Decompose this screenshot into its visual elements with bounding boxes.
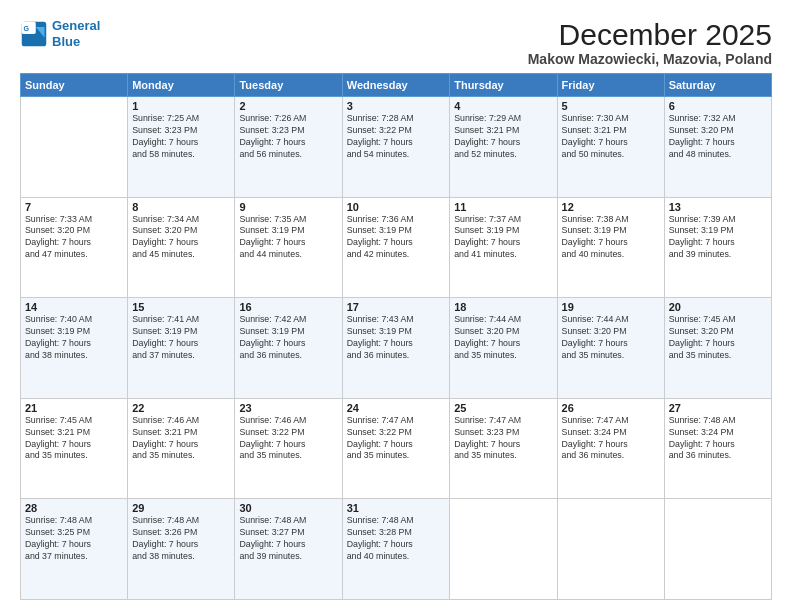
day-info: Sunrise: 7:39 AM Sunset: 3:19 PM Dayligh… [669,214,767,262]
calendar-cell: 6Sunrise: 7:32 AM Sunset: 3:20 PM Daylig… [664,97,771,198]
calendar-cell: 28Sunrise: 7:48 AM Sunset: 3:25 PM Dayli… [21,499,128,600]
day-info: Sunrise: 7:47 AM Sunset: 3:24 PM Dayligh… [562,415,660,463]
day-number: 14 [25,301,123,313]
day-info: Sunrise: 7:48 AM Sunset: 3:24 PM Dayligh… [669,415,767,463]
day-info: Sunrise: 7:48 AM Sunset: 3:26 PM Dayligh… [132,515,230,563]
day-info: Sunrise: 7:28 AM Sunset: 3:22 PM Dayligh… [347,113,445,161]
day-number: 20 [669,301,767,313]
main-title: December 2025 [528,18,772,51]
calendar-cell: 26Sunrise: 7:47 AM Sunset: 3:24 PM Dayli… [557,398,664,499]
day-info: Sunrise: 7:37 AM Sunset: 3:19 PM Dayligh… [454,214,552,262]
calendar-cell: 14Sunrise: 7:40 AM Sunset: 3:19 PM Dayli… [21,298,128,399]
day-number: 15 [132,301,230,313]
day-info: Sunrise: 7:43 AM Sunset: 3:19 PM Dayligh… [347,314,445,362]
day-number: 3 [347,100,445,112]
calendar-cell: 21Sunrise: 7:45 AM Sunset: 3:21 PM Dayli… [21,398,128,499]
day-number: 27 [669,402,767,414]
calendar-cell: 15Sunrise: 7:41 AM Sunset: 3:19 PM Dayli… [128,298,235,399]
day-info: Sunrise: 7:40 AM Sunset: 3:19 PM Dayligh… [25,314,123,362]
day-info: Sunrise: 7:44 AM Sunset: 3:20 PM Dayligh… [454,314,552,362]
calendar-cell: 16Sunrise: 7:42 AM Sunset: 3:19 PM Dayli… [235,298,342,399]
day-info: Sunrise: 7:45 AM Sunset: 3:20 PM Dayligh… [669,314,767,362]
day-number: 13 [669,201,767,213]
day-info: Sunrise: 7:35 AM Sunset: 3:19 PM Dayligh… [239,214,337,262]
day-number: 19 [562,301,660,313]
calendar-cell: 8Sunrise: 7:34 AM Sunset: 3:20 PM Daylig… [128,197,235,298]
logo: G GeneralBlue [20,18,100,49]
calendar-cell: 29Sunrise: 7:48 AM Sunset: 3:26 PM Dayli… [128,499,235,600]
week-row-2: 14Sunrise: 7:40 AM Sunset: 3:19 PM Dayli… [21,298,772,399]
day-number: 17 [347,301,445,313]
calendar-table: SundayMondayTuesdayWednesdayThursdayFrid… [20,73,772,600]
day-info: Sunrise: 7:48 AM Sunset: 3:27 PM Dayligh… [239,515,337,563]
calendar-cell: 20Sunrise: 7:45 AM Sunset: 3:20 PM Dayli… [664,298,771,399]
day-info: Sunrise: 7:29 AM Sunset: 3:21 PM Dayligh… [454,113,552,161]
calendar-cell: 7Sunrise: 7:33 AM Sunset: 3:20 PM Daylig… [21,197,128,298]
calendar-body: 1Sunrise: 7:25 AM Sunset: 3:23 PM Daylig… [21,97,772,600]
day-header-monday: Monday [128,74,235,97]
title-block: December 2025 Makow Mazowiecki, Mazovia,… [528,18,772,67]
day-info: Sunrise: 7:48 AM Sunset: 3:25 PM Dayligh… [25,515,123,563]
calendar-cell: 17Sunrise: 7:43 AM Sunset: 3:19 PM Dayli… [342,298,449,399]
calendar-cell: 3Sunrise: 7:28 AM Sunset: 3:22 PM Daylig… [342,97,449,198]
day-info: Sunrise: 7:42 AM Sunset: 3:19 PM Dayligh… [239,314,337,362]
calendar-cell: 10Sunrise: 7:36 AM Sunset: 3:19 PM Dayli… [342,197,449,298]
page: G GeneralBlue December 2025 Makow Mazowi… [0,0,792,612]
calendar-cell: 11Sunrise: 7:37 AM Sunset: 3:19 PM Dayli… [450,197,557,298]
day-info: Sunrise: 7:46 AM Sunset: 3:22 PM Dayligh… [239,415,337,463]
day-number: 29 [132,502,230,514]
day-number: 26 [562,402,660,414]
day-info: Sunrise: 7:41 AM Sunset: 3:19 PM Dayligh… [132,314,230,362]
day-number: 10 [347,201,445,213]
day-info: Sunrise: 7:44 AM Sunset: 3:20 PM Dayligh… [562,314,660,362]
svg-text:G: G [24,24,30,31]
calendar-cell: 27Sunrise: 7:48 AM Sunset: 3:24 PM Dayli… [664,398,771,499]
calendar-cell: 9Sunrise: 7:35 AM Sunset: 3:19 PM Daylig… [235,197,342,298]
day-info: Sunrise: 7:30 AM Sunset: 3:21 PM Dayligh… [562,113,660,161]
calendar-cell [21,97,128,198]
calendar-cell: 1Sunrise: 7:25 AM Sunset: 3:23 PM Daylig… [128,97,235,198]
calendar-cell: 5Sunrise: 7:30 AM Sunset: 3:21 PM Daylig… [557,97,664,198]
day-info: Sunrise: 7:46 AM Sunset: 3:21 PM Dayligh… [132,415,230,463]
day-number: 28 [25,502,123,514]
day-info: Sunrise: 7:48 AM Sunset: 3:28 PM Dayligh… [347,515,445,563]
day-info: Sunrise: 7:45 AM Sunset: 3:21 PM Dayligh… [25,415,123,463]
calendar-cell: 25Sunrise: 7:47 AM Sunset: 3:23 PM Dayli… [450,398,557,499]
day-info: Sunrise: 7:25 AM Sunset: 3:23 PM Dayligh… [132,113,230,161]
calendar-cell: 23Sunrise: 7:46 AM Sunset: 3:22 PM Dayli… [235,398,342,499]
day-info: Sunrise: 7:34 AM Sunset: 3:20 PM Dayligh… [132,214,230,262]
day-number: 4 [454,100,552,112]
calendar-cell: 4Sunrise: 7:29 AM Sunset: 3:21 PM Daylig… [450,97,557,198]
calendar-cell: 22Sunrise: 7:46 AM Sunset: 3:21 PM Dayli… [128,398,235,499]
week-row-0: 1Sunrise: 7:25 AM Sunset: 3:23 PM Daylig… [21,97,772,198]
day-number: 11 [454,201,552,213]
day-header-tuesday: Tuesday [235,74,342,97]
day-number: 7 [25,201,123,213]
day-header-thursday: Thursday [450,74,557,97]
days-of-week-row: SundayMondayTuesdayWednesdayThursdayFrid… [21,74,772,97]
day-info: Sunrise: 7:36 AM Sunset: 3:19 PM Dayligh… [347,214,445,262]
calendar-cell: 31Sunrise: 7:48 AM Sunset: 3:28 PM Dayli… [342,499,449,600]
day-header-sunday: Sunday [21,74,128,97]
day-info: Sunrise: 7:38 AM Sunset: 3:19 PM Dayligh… [562,214,660,262]
calendar-cell: 18Sunrise: 7:44 AM Sunset: 3:20 PM Dayli… [450,298,557,399]
calendar-cell [450,499,557,600]
day-info: Sunrise: 7:26 AM Sunset: 3:23 PM Dayligh… [239,113,337,161]
day-number: 16 [239,301,337,313]
day-number: 9 [239,201,337,213]
day-number: 21 [25,402,123,414]
subtitle: Makow Mazowiecki, Mazovia, Poland [528,51,772,67]
calendar-cell: 24Sunrise: 7:47 AM Sunset: 3:22 PM Dayli… [342,398,449,499]
day-number: 5 [562,100,660,112]
calendar-cell [557,499,664,600]
day-number: 1 [132,100,230,112]
day-header-saturday: Saturday [664,74,771,97]
day-info: Sunrise: 7:47 AM Sunset: 3:22 PM Dayligh… [347,415,445,463]
calendar-cell: 30Sunrise: 7:48 AM Sunset: 3:27 PM Dayli… [235,499,342,600]
day-number: 24 [347,402,445,414]
day-number: 8 [132,201,230,213]
day-number: 18 [454,301,552,313]
calendar-cell: 2Sunrise: 7:26 AM Sunset: 3:23 PM Daylig… [235,97,342,198]
calendar-cell: 12Sunrise: 7:38 AM Sunset: 3:19 PM Dayli… [557,197,664,298]
week-row-3: 21Sunrise: 7:45 AM Sunset: 3:21 PM Dayli… [21,398,772,499]
